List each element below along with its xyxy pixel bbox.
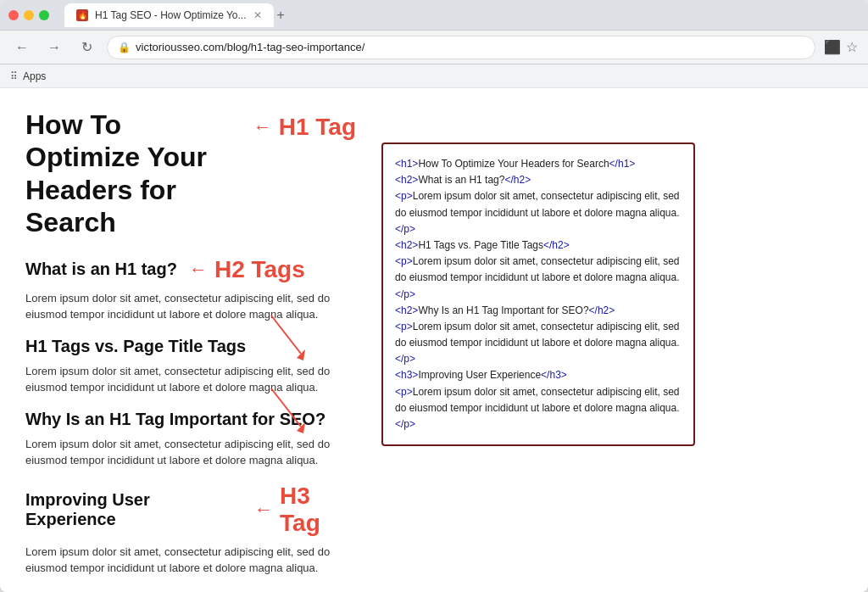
h3-header: Improving User Experience ← H3 Tag xyxy=(25,483,356,537)
tab-close-icon[interactable]: ✕ xyxy=(253,9,262,21)
svg-line-0 xyxy=(271,316,301,354)
code-line-2: <h2> xyxy=(395,174,418,186)
cast-icon[interactable]: ⬛ xyxy=(824,39,841,55)
traffic-lights xyxy=(8,10,49,20)
h1-label-area: ← H1 Tag xyxy=(253,109,356,141)
code-line-8: <h3> xyxy=(395,369,418,381)
code-line-1-close: </h1> xyxy=(609,158,636,170)
apps-grid-icon: ⠿ xyxy=(10,70,18,82)
page-content: How To Optimize Your Headers for Search … xyxy=(0,88,868,592)
bookmark-icon[interactable]: ☆ xyxy=(846,39,858,55)
svg-line-2 xyxy=(271,388,301,427)
code-line-4-close: </h2> xyxy=(543,239,570,251)
back-button[interactable]: ← xyxy=(10,36,34,59)
address-bar-row: ← → ↻ 🔒 victoriousseo.com/blog/h1-tag-se… xyxy=(0,31,868,64)
new-tab-button[interactable]: + xyxy=(277,8,285,23)
address-bar[interactable]: 🔒 victoriousseo.com/blog/h1-tag-seo-impo… xyxy=(107,36,815,59)
code-line-3-close: </p> xyxy=(395,223,415,235)
paragraph-4: Lorem ipsum dolor sit amet, consectetur … xyxy=(25,544,356,577)
forward-button[interactable]: → xyxy=(42,36,66,59)
maximize-button[interactable] xyxy=(39,10,49,20)
diagonal-arrow-icon-2 xyxy=(254,384,322,435)
h2-tag-label: H2 Tags xyxy=(214,256,305,283)
h2-header-1: What is an H1 tag? ← H2 Tags xyxy=(25,256,356,283)
code-line-9-close: </p> xyxy=(395,418,415,430)
tab-title: H1 Tag SEO - How Optimize Yo... xyxy=(95,9,247,21)
code-line-7-close: </p> xyxy=(395,353,415,365)
h1-arrow-left-icon: ← xyxy=(253,116,272,138)
url-text: victoriousseo.com/blog/h1-tag-seo-import… xyxy=(136,41,804,53)
reload-button[interactable]: ↻ xyxy=(75,36,98,59)
code-line-5-open: <p> xyxy=(395,255,413,267)
browser-tab[interactable]: 🔥 H1 Tag SEO - How Optimize Yo... ✕ xyxy=(64,3,274,27)
h2-label-area-1: ← H2 Tags xyxy=(189,256,305,283)
h3-tag-label: H3 Tag xyxy=(280,483,356,537)
code-line-2-close: </h2> xyxy=(504,174,531,186)
code-line-6: <h2> xyxy=(395,304,418,316)
apps-label: Apps xyxy=(23,70,46,82)
tab-bar: 🔥 H1 Tag SEO - How Optimize Yo... ✕ + xyxy=(64,3,860,27)
close-button[interactable] xyxy=(8,10,19,20)
page-h1: How To Optimize Your Headers for Search xyxy=(25,109,240,239)
diagonal-arrow-icon xyxy=(254,311,322,362)
code-line-8-close: </h3> xyxy=(541,369,567,381)
left-column: How To Optimize Your Headers for Search … xyxy=(25,109,356,572)
bookmark-area: ⬛ ☆ xyxy=(824,39,858,55)
h2-arrow-left-icon: ← xyxy=(189,259,208,281)
code-line-9-open: <p> xyxy=(395,386,413,398)
title-bar: 🔥 H1 Tag SEO - How Optimize Yo... ✕ + xyxy=(0,0,868,31)
code-line-7-open: <p> xyxy=(395,321,413,332)
paragraph-3: Lorem ipsum dolor sit amet, consectetur … xyxy=(25,436,356,469)
h1-area: How To Optimize Your Headers for Search … xyxy=(25,109,356,239)
apps-bar: ⠿ Apps xyxy=(0,64,868,88)
h1-tag-label: H1 Tag xyxy=(279,114,356,141)
h3-label-area: ← H3 Tag xyxy=(254,483,356,537)
browser-frame: 🔥 H1 Tag SEO - How Optimize Yo... ✕ + ← … xyxy=(0,0,868,592)
code-line-6-close: </h2> xyxy=(589,304,615,316)
tab-favicon: 🔥 xyxy=(76,9,88,21)
code-box: <h1>How To Optimize Your Headers for Sea… xyxy=(381,142,695,446)
lock-icon: 🔒 xyxy=(118,42,131,53)
right-column: <h1>How To Optimize Your Headers for Sea… xyxy=(381,109,695,572)
h3-arrow-left-icon: ← xyxy=(254,499,273,521)
section-user-experience: Improving User Experience ← H3 Tag Lorem… xyxy=(25,483,356,577)
code-line-3-open: <p> xyxy=(395,190,413,202)
code-line-4: <h2> xyxy=(395,239,418,251)
h3-heading: Improving User Experience xyxy=(25,490,242,529)
code-line-5-close: </p> xyxy=(395,288,415,300)
minimize-button[interactable] xyxy=(24,10,34,20)
h2-heading-2: H1 Tags vs. Page Title Tags xyxy=(25,337,246,356)
h2-heading-1: What is an H1 tag? xyxy=(25,260,177,279)
code-line-1: <h1> xyxy=(395,158,418,170)
